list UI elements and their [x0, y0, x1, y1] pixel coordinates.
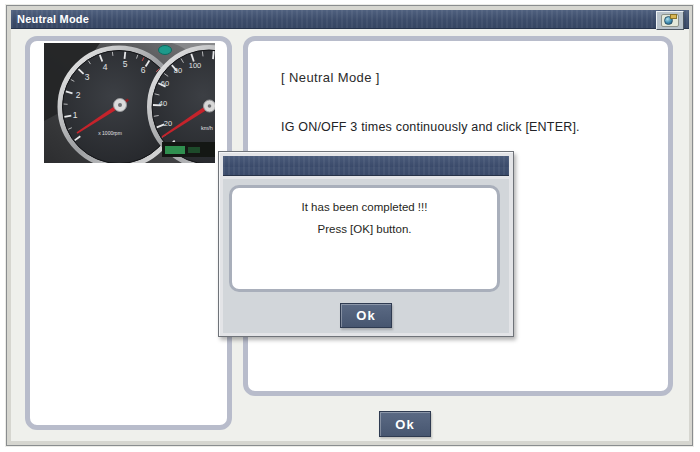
screen-capture-button[interactable] — [656, 11, 684, 30]
main-ok-button[interactable]: Ok — [379, 411, 431, 437]
svg-text:6: 6 — [141, 65, 146, 75]
svg-text:100: 100 — [189, 61, 202, 70]
svg-text:20: 20 — [164, 119, 172, 128]
window-titlebar: Neutral Mode — [11, 10, 689, 29]
dialog-body: It has been completed !!! Press [OK] but… — [223, 179, 509, 333]
camera-icon — [661, 14, 679, 27]
indicator-light — [159, 46, 172, 55]
dialog-titlebar — [223, 156, 509, 176]
dialog-message-line2: Press [OK] button. — [232, 223, 497, 235]
procedure-title: [ Neutral Mode ] — [281, 70, 380, 85]
svg-text:1: 1 — [73, 110, 78, 120]
svg-text:80: 80 — [174, 66, 182, 75]
svg-text:60: 60 — [161, 79, 169, 88]
app-screen: Neutral Mode — [0, 0, 700, 452]
procedure-instruction: IG ON/OFF 3 times continuously and click… — [281, 120, 580, 134]
dialog-ok-button[interactable]: Ok — [340, 303, 392, 328]
dialog-message-box: It has been completed !!! Press [OK] but… — [229, 185, 500, 292]
speedo-unit-label: km/h — [201, 125, 213, 131]
svg-text:3: 3 — [85, 72, 90, 82]
dialog-message-line1: It has been completed !!! — [232, 201, 497, 213]
svg-text:5: 5 — [123, 59, 128, 69]
svg-text:2: 2 — [76, 90, 81, 100]
svg-text:40: 40 — [159, 99, 167, 108]
window-title: Neutral Mode — [17, 13, 89, 25]
svg-text:4: 4 — [103, 62, 108, 72]
tach-unit-label: x 1000rpm — [98, 130, 122, 136]
completion-dialog: It has been completed !!! Press [OK] but… — [218, 151, 514, 337]
instrument-cluster-photo: 1 2 3 4 5 6 x 1000rpm 20 40 60 80 100 km… — [44, 43, 215, 163]
